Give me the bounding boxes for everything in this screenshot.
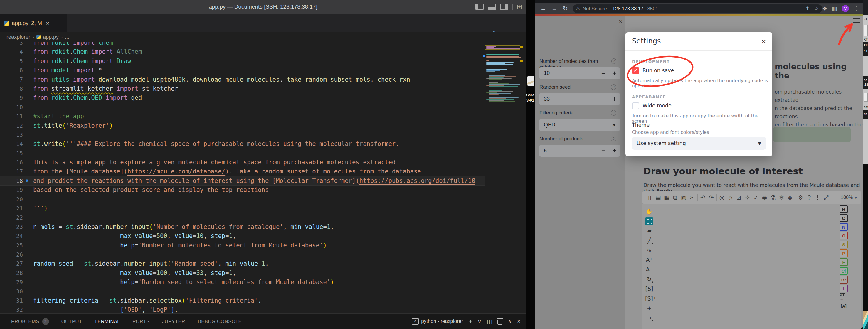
help-icon[interactable]: ?: [611, 58, 616, 64]
code-line-7[interactable]: 7from utils import download_model_uspto4…: [0, 75, 486, 84]
vscode-titlebar[interactable]: app.py — Documents [SSH: 128.178.38.17] …: [0, 0, 526, 14]
element-button-I[interactable]: I: [839, 285, 848, 292]
tab-close-icon[interactable]: ×: [46, 20, 49, 27]
browser-menu-icon[interactable]: ⋮: [854, 5, 859, 12]
code-line-24[interactable]: 24 max_value=500, value=10, step=1,: [0, 232, 486, 241]
panel-tab-problems[interactable]: PROBLEMS2: [11, 314, 49, 329]
element-button-PT[interactable]: PT ⋯: [839, 294, 848, 301]
code-line-21[interactable]: 21'''): [0, 204, 486, 213]
profile-avatar[interactable]: V: [842, 5, 849, 12]
split-terminal-icon[interactable]: ◫: [487, 318, 492, 325]
sidebar-close-icon[interactable]: ×: [619, 18, 622, 26]
number-input-0[interactable]: 10−+: [539, 67, 620, 79]
new-document-icon[interactable]: ▯: [645, 194, 654, 201]
step-down-icon[interactable]: −: [601, 67, 605, 79]
number-input-3[interactable]: 5−+: [539, 145, 620, 157]
code-line-30[interactable]: 30: [0, 287, 486, 296]
step-up-icon[interactable]: +: [613, 145, 616, 157]
ketcher-canvas[interactable]: ✋▰╱∿A⁺A⁻↻[S][S]⁺+→ HCNOSPFClBrIPT ⋯[A]: [643, 204, 861, 329]
back-icon[interactable]: ←: [540, 5, 547, 12]
code-line-5[interactable]: 5from rdkit.Chem import Draw: [0, 57, 486, 66]
dialog-close-icon[interactable]: ×: [761, 38, 766, 45]
settings-icon[interactable]: ⚙: [796, 194, 805, 201]
element-button-O[interactable]: O: [839, 232, 848, 239]
analyse-icon[interactable]: ⚗: [769, 194, 777, 201]
help-icon[interactable]: ?: [611, 136, 616, 141]
theme-select[interactable]: Use system setting ▼: [632, 137, 766, 150]
code-line-9[interactable]: 9from rdkit.Chem.QED import qed: [0, 93, 486, 102]
not-secure-label[interactable]: Not Secure: [583, 6, 607, 11]
hand-tool[interactable]: ✋: [645, 208, 653, 215]
layout-icon[interactable]: ⊿: [735, 194, 743, 201]
reload-icon[interactable]: ↻: [563, 5, 568, 12]
wide-mode-checkbox[interactable]: [632, 102, 639, 109]
toggle-sidebar-icon[interactable]: [475, 3, 484, 10]
paste-icon[interactable]: ▨: [680, 194, 688, 201]
breadcrumb[interactable]: reaxplorer › app.py › ...: [0, 32, 526, 42]
undo-icon[interactable]: ↶: [699, 194, 707, 201]
run-on-save-label[interactable]: Run on save: [643, 67, 674, 73]
help-icon[interactable]: ?: [611, 84, 616, 90]
tab-app-py[interactable]: app.py 2, M ×: [0, 14, 67, 32]
kill-terminal-icon[interactable]: [497, 320, 502, 325]
close-panel-icon[interactable]: ×: [517, 318, 520, 325]
dearomatize-icon[interactable]: ◇: [726, 194, 735, 201]
code-line-23[interactable]: 23n_mols = st.sidebar.number_input('Numb…: [0, 223, 486, 232]
code-line-25[interactable]: 25 help='Number of molecules to select f…: [0, 241, 486, 250]
toggle-panel-icon[interactable]: [488, 3, 496, 10]
cut-icon[interactable]: ✂: [688, 194, 696, 201]
code-line-11[interactable]: 11#start the app: [0, 112, 486, 121]
element-button-C[interactable]: C: [839, 214, 848, 222]
check-structure-icon[interactable]: ✓: [752, 194, 760, 201]
code-editor[interactable]: 3from rdkit import Chem4from rdkit.Chem …: [0, 42, 526, 314]
erase-tool[interactable]: ▰: [645, 227, 653, 234]
code-line-4[interactable]: 4from rdkit.Chem import AllChem: [0, 47, 486, 56]
address-bar[interactable]: ⚠ Not Secure 128.178.38.17 :8501 ↥ ☆: [572, 4, 822, 13]
code-line-3[interactable]: 3from rdkit import Chem: [0, 42, 486, 47]
code-line-6[interactable]: 6from model import *: [0, 66, 486, 75]
chain-tool[interactable]: ∿: [645, 246, 653, 254]
charge-plus-tool[interactable]: A⁺: [645, 256, 653, 264]
forward-icon[interactable]: →: [552, 5, 558, 12]
breadcrumb-folder[interactable]: reaxplorer: [6, 34, 30, 40]
code-line-14[interactable]: 14st.write('''#### Explore the chemical …: [0, 139, 486, 149]
bookmark-star-icon[interactable]: ☆: [814, 6, 819, 12]
transform-rotate-tool[interactable]: ↻: [645, 275, 653, 283]
extensions-icon[interactable]: ❖: [822, 5, 827, 12]
customize-layout-icon[interactable]: ⊞: [517, 4, 522, 9]
code-line-26[interactable]: 26: [0, 250, 486, 259]
code-line-15[interactable]: 15: [0, 149, 486, 158]
element-button-Br[interactable]: Br: [839, 276, 848, 284]
zoom-control[interactable]: 100%∨: [841, 195, 857, 200]
share-icon[interactable]: ↥: [805, 6, 810, 12]
code-line-18[interactable]: 18and predict the reactions with the mol…: [0, 176, 486, 186]
step-down-icon[interactable]: −: [601, 93, 605, 105]
recognize-icon[interactable]: ⚛: [777, 194, 786, 201]
panel-tab-terminal[interactable]: TERMINAL: [95, 314, 120, 329]
new-terminal-icon[interactable]: +: [469, 318, 472, 325]
app-menu-hamburger-icon[interactable]: [853, 19, 860, 23]
code-line-19[interactable]: 19based on the selected product score an…: [0, 186, 486, 195]
panel-tab-jupyter[interactable]: JUPYTER: [162, 314, 185, 329]
sgroup-tool[interactable]: [S]: [645, 285, 653, 293]
open-icon[interactable]: ▤: [654, 194, 662, 201]
code-line-13[interactable]: 13: [0, 130, 486, 139]
aromatize-icon[interactable]: ◎: [718, 194, 726, 201]
save-icon[interactable]: ▦: [662, 194, 671, 201]
maximize-panel-icon[interactable]: ∧: [508, 318, 512, 325]
terminal-selector[interactable]: > python - reaxplorer: [412, 318, 463, 325]
element-button-P[interactable]: P: [839, 250, 848, 257]
step-down-icon[interactable]: −: [601, 145, 605, 157]
minimap[interactable]: [485, 43, 524, 312]
help-icon[interactable]: ?: [611, 110, 616, 116]
breadcrumb-file[interactable]: app.py: [43, 34, 59, 40]
code-line-20[interactable]: 20: [0, 195, 486, 204]
code-line-32[interactable]: 32 ['QED', 'LogP'],: [0, 305, 486, 314]
selection-tool[interactable]: [645, 218, 653, 225]
code-line-29[interactable]: 29 help='Random seed to select molecules…: [0, 277, 486, 287]
clean-up-icon[interactable]: ✧: [743, 194, 752, 201]
sgroup-data-tool[interactable]: [S]⁺: [645, 295, 653, 302]
browser-tab-strip[interactable]: [535, 0, 863, 3]
step-up-icon[interactable]: +: [613, 67, 616, 79]
code-line-22[interactable]: 22: [0, 213, 486, 222]
